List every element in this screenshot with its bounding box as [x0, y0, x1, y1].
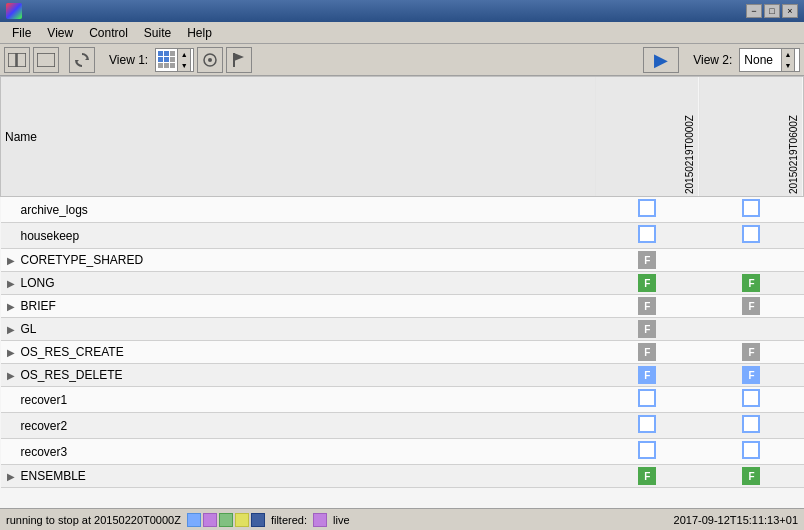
close-button[interactable]: ×: [782, 4, 798, 18]
toggle-panel-btn[interactable]: [4, 47, 30, 73]
name-cell[interactable]: ▶BRIEF: [1, 295, 596, 318]
cell-value[interactable]: [699, 413, 803, 439]
expand-arrow[interactable]: ▶: [7, 255, 17, 266]
spin-down2[interactable]: ▼: [782, 60, 794, 71]
empty-box: [742, 389, 760, 407]
grid-cell: [170, 57, 175, 62]
name-cell[interactable]: recover1: [1, 387, 596, 413]
cell-value[interactable]: [699, 318, 803, 341]
view1-spin[interactable]: ▲ ▼: [177, 48, 191, 72]
cell-value[interactable]: F: [699, 364, 803, 387]
row-name: ENSEMBLE: [21, 469, 86, 483]
cell-value[interactable]: F: [595, 295, 699, 318]
menu-suite[interactable]: Suite: [136, 24, 179, 42]
name-cell[interactable]: recover3: [1, 439, 596, 465]
table-row: ▶OS_RES_CREATEFF: [1, 341, 804, 364]
minimize-button[interactable]: −: [746, 4, 762, 18]
toggle-single-btn[interactable]: [33, 47, 59, 73]
main-area: Name 20150219T0000Z 20150219T0600Z archi…: [0, 76, 804, 508]
name-cell[interactable]: ▶GL: [1, 318, 596, 341]
refresh-btn[interactable]: [69, 47, 95, 73]
empty-box: [638, 415, 656, 433]
svg-rect-2: [37, 53, 55, 67]
table-row: ▶GLF: [1, 318, 804, 341]
expand-arrow[interactable]: ▶: [7, 324, 17, 335]
spin-down[interactable]: ▼: [178, 60, 190, 71]
expand-arrow[interactable]: ▶: [7, 471, 17, 482]
cell-value[interactable]: F: [595, 341, 699, 364]
flag-btn[interactable]: [226, 47, 252, 73]
configure-btn[interactable]: [197, 47, 223, 73]
statusbar: running to stop at 20150220T0000Z filter…: [0, 508, 804, 530]
expand-arrow[interactable]: ▶: [7, 370, 17, 381]
cell-value[interactable]: [699, 387, 803, 413]
name-cell[interactable]: ▶OS_RES_CREATE: [1, 341, 596, 364]
table-row: recover3: [1, 439, 804, 465]
cell-value[interactable]: [595, 197, 699, 223]
cell-value[interactable]: [699, 249, 803, 272]
cell-value[interactable]: F: [699, 465, 803, 488]
cell-value[interactable]: [595, 387, 699, 413]
menu-view[interactable]: View: [39, 24, 81, 42]
maximize-button[interactable]: □: [764, 4, 780, 18]
row-name: GL: [21, 322, 37, 336]
view-grid-icon: [158, 51, 175, 68]
row-name: LONG: [21, 276, 55, 290]
view2-selector[interactable]: None ▲ ▼: [739, 48, 800, 72]
cell-value[interactable]: F: [699, 295, 803, 318]
menu-help[interactable]: Help: [179, 24, 220, 42]
svg-rect-1: [17, 53, 26, 67]
cell-value[interactable]: F: [699, 272, 803, 295]
empty-box: [742, 225, 760, 243]
grid-cell: [158, 63, 163, 68]
cell-value[interactable]: [595, 439, 699, 465]
cell-value[interactable]: [699, 197, 803, 223]
table-body: archive_logshousekeep▶CORETYPE_SHAREDF▶L…: [1, 197, 804, 488]
view1-selector[interactable]: ▲ ▼: [155, 48, 194, 72]
empty-box: [742, 199, 760, 217]
cell-value[interactable]: [699, 439, 803, 465]
cell-value[interactable]: F: [699, 341, 803, 364]
cell-value[interactable]: F: [595, 364, 699, 387]
grid-cell: [158, 57, 163, 62]
cell-value[interactable]: [595, 413, 699, 439]
go-btn[interactable]: ▶: [643, 47, 679, 73]
cell-value[interactable]: F: [595, 249, 699, 272]
cell-value[interactable]: F: [595, 318, 699, 341]
expand-arrow[interactable]: ▶: [7, 347, 17, 358]
cell-value[interactable]: [699, 223, 803, 249]
green-f-box: F: [742, 467, 760, 485]
name-cell[interactable]: housekeep: [1, 223, 596, 249]
menu-file[interactable]: File: [4, 24, 39, 42]
name-cell[interactable]: ▶OS_RES_DELETE: [1, 364, 596, 387]
name-cell[interactable]: ▶CORETYPE_SHARED: [1, 249, 596, 272]
empty-box: [638, 441, 656, 459]
row-name: OS_RES_DELETE: [21, 368, 123, 382]
spin-up[interactable]: ▲: [178, 49, 190, 60]
name-cell[interactable]: archive_logs: [1, 197, 596, 223]
name-cell[interactable]: recover2: [1, 413, 596, 439]
table-header-row: Name 20150219T0000Z 20150219T0600Z: [1, 77, 804, 197]
status-timestamp: 2017-09-12T15:11:13+01: [674, 514, 798, 526]
name-cell[interactable]: ▶ENSEMBLE: [1, 465, 596, 488]
spin-up2[interactable]: ▲: [782, 49, 794, 60]
view2-spin[interactable]: ▲ ▼: [781, 48, 795, 72]
status-color-boxes: [187, 513, 265, 527]
row-name: recover2: [21, 419, 68, 433]
svg-point-6: [208, 58, 212, 62]
green-f-box: F: [638, 274, 656, 292]
empty-box: [638, 225, 656, 243]
gray-f-box: F: [742, 343, 760, 361]
col-header-date2[interactable]: 20150219T0600Z: [699, 77, 803, 197]
toolbar: View 1: ▲ ▼ ▶ View 2: None ▲ ▼: [0, 44, 804, 76]
name-cell[interactable]: ▶LONG: [1, 272, 596, 295]
cell-value[interactable]: F: [595, 272, 699, 295]
expand-arrow[interactable]: ▶: [7, 301, 17, 312]
cell-value[interactable]: F: [595, 465, 699, 488]
col-header-date1[interactable]: 20150219T0000Z: [595, 77, 699, 197]
cell-value[interactable]: [595, 223, 699, 249]
expand-arrow[interactable]: ▶: [7, 278, 17, 289]
col-header-name: Name: [1, 77, 596, 197]
menu-control[interactable]: Control: [81, 24, 136, 42]
status-box-yellow: [235, 513, 249, 527]
